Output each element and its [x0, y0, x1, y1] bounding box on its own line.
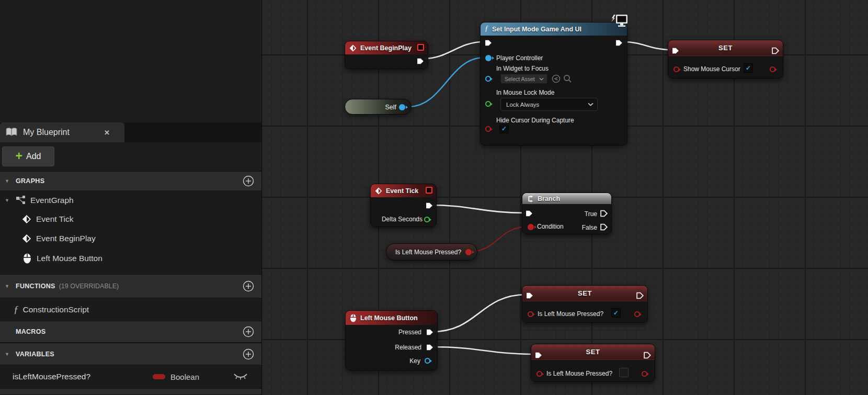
getter-label: Is Left Mouse Pressed? [395, 249, 461, 256]
item-label: EventGraph [30, 196, 74, 205]
exec-in-pin[interactable] [526, 291, 534, 300]
chevron-down-icon[interactable]: ▼ [5, 198, 11, 203]
node-left-mouse-button[interactable]: Left Mouse Button Pressed Released Key [345, 310, 438, 370]
chevron-down-icon [539, 77, 544, 81]
add-graph-button[interactable] [243, 175, 254, 187]
wire-beginplay-to-setinputmode[interactable] [425, 42, 483, 59]
show-mouse-cursor-in-pin[interactable] [673, 66, 679, 72]
exec-in-pin[interactable] [484, 39, 493, 47]
in-mouse-lock-mode-pin[interactable] [485, 101, 491, 107]
variable-row-isleftmousepressed[interactable]: isLeftMousePressed? Boolean [0, 365, 261, 388]
node-header[interactable]: Event BeginPlay [345, 41, 428, 54]
chevron-down-icon[interactable]: ▼ [5, 352, 11, 357]
getter-output-pin[interactable] [465, 249, 472, 255]
add-variable-button[interactable] [243, 348, 254, 360]
in-widget-to-focus-pin[interactable] [485, 76, 491, 82]
check-icon: ✓ [501, 125, 507, 132]
section-graphs[interactable]: ▼ GRAPHS [0, 171, 261, 191]
close-icon[interactable]: ✕ [104, 129, 110, 137]
node-event-tick[interactable]: Event Tick Delta Seconds [370, 184, 437, 227]
tab-my-blueprint[interactable]: My Blueprint ✕ [0, 122, 124, 142]
value-in-pin[interactable] [536, 371, 542, 377]
show-mouse-cursor-checkbox[interactable]: ✓ [744, 63, 753, 73]
pressed-exec-out-pin[interactable] [426, 328, 434, 336]
select-asset-dropdown[interactable]: Select Asset [500, 74, 547, 84]
visibility-eye-closed-icon[interactable] [233, 373, 248, 381]
delta-seconds-label: Delta Seconds [382, 216, 422, 223]
self-output-pin[interactable] [399, 104, 405, 110]
exec-out-pin[interactable] [425, 201, 433, 210]
node-header[interactable]: ƒ Set Input Mode Game And UI [481, 22, 627, 36]
add-button[interactable]: + Add [2, 146, 54, 166]
section-macros[interactable]: ▼ MACROS [0, 321, 261, 343]
section-variables[interactable]: ▼ VARIABLES [0, 343, 261, 365]
add-macro-button[interactable] [243, 326, 254, 337]
released-exec-out-pin[interactable] [426, 343, 434, 352]
section-bottom-partial [0, 388, 261, 395]
hide-cursor-pin[interactable] [485, 126, 491, 132]
exec-out-pin[interactable] [643, 351, 652, 359]
variable-type-label[interactable]: Boolean [170, 373, 199, 381]
in-mouse-lock-mode-label: In Mouse Lock Mode [496, 89, 554, 96]
false-label: False [582, 224, 597, 231]
plus-icon: + [16, 151, 22, 161]
mouse-lock-mode-value: Lock Always [506, 101, 539, 108]
section-functions[interactable]: ▼ FUNCTIONS (19 OVERRIDABLE) [0, 274, 261, 298]
node-set-is-left-mouse-pressed-false[interactable]: SET Is Left Mouse Pressed? [531, 344, 655, 382]
node-set-is-left-mouse-pressed-true[interactable]: SET Is Left Mouse Pressed? ✓ [522, 285, 648, 323]
exec-in-pin[interactable] [671, 47, 680, 55]
wire-eventtick-to-branch[interactable] [430, 205, 526, 213]
exec-out-pin[interactable] [615, 39, 623, 47]
node-get-is-left-mouse-pressed[interactable]: Is Left Mouse Pressed? [386, 243, 477, 261]
exec-out-pin[interactable] [636, 291, 644, 300]
value-in-pin[interactable] [528, 311, 533, 317]
sidebar-item-event-beginplay[interactable]: Event BeginPlay [0, 229, 261, 248]
sidebar-item-constructionscript[interactable]: ƒ ConstructionScript [0, 298, 261, 321]
node-header[interactable]: Left Mouse Button [346, 311, 437, 325]
delta-seconds-pin[interactable] [424, 217, 430, 222]
player-controller-pin[interactable] [485, 55, 492, 61]
value-checkbox[interactable]: ✓ [611, 308, 621, 318]
node-set-input-mode-game-and-ui[interactable]: ƒ Set Input Mode Game And UI Player Cont… [480, 22, 627, 145]
chevron-down-icon[interactable]: ▼ [5, 284, 11, 289]
sidebar-item-eventgraph[interactable]: ▼ EventGraph [0, 191, 261, 210]
use-selected-asset-icon[interactable] [552, 74, 561, 83]
node-set-show-mouse-cursor[interactable]: SET Show Mouse Cursor ✓ [668, 40, 783, 78]
sidebar-item-event-tick[interactable]: Event Tick [0, 210, 261, 229]
value-checkbox[interactable] [619, 368, 629, 377]
node-header[interactable]: Event Tick [371, 184, 436, 197]
delegate-pin[interactable] [417, 44, 424, 51]
exec-out-pin[interactable] [416, 57, 425, 65]
exec-out-pin[interactable] [771, 47, 780, 55]
hide-cursor-checkbox[interactable]: ✓ [499, 124, 509, 133]
node-self[interactable]: Self [345, 99, 412, 115]
boolean-type-pill[interactable] [153, 374, 165, 379]
mouse-lock-mode-dropdown[interactable]: Lock Always [500, 98, 598, 111]
key-pin[interactable] [425, 358, 430, 364]
wire-getter-to-condition[interactable] [470, 227, 529, 252]
show-mouse-cursor-out-pin[interactable] [770, 66, 775, 72]
node-event-beginplay[interactable]: Event BeginPlay [345, 41, 428, 69]
node-branch[interactable]: Branch True Condition False [522, 193, 612, 234]
branch-icon [527, 195, 534, 202]
wire-setinputmode-to-set[interactable] [623, 42, 671, 50]
value-out-pin[interactable] [642, 371, 647, 377]
delegate-pin[interactable] [426, 187, 432, 194]
exec-in-pin[interactable] [525, 209, 533, 218]
browse-asset-icon[interactable] [563, 74, 572, 83]
condition-pin[interactable] [528, 224, 534, 230]
wire-released-to-set-false[interactable] [432, 347, 537, 354]
node-title: SET [531, 348, 655, 356]
wire-pressed-to-set-true[interactable] [432, 295, 527, 332]
false-exec-out-pin[interactable] [600, 223, 608, 231]
function-icon: ƒ [14, 304, 19, 315]
true-exec-out-pin[interactable] [600, 209, 608, 218]
exec-in-pin[interactable] [534, 351, 543, 359]
value-out-pin[interactable] [634, 311, 640, 317]
chevron-down-icon[interactable]: ▼ [5, 178, 11, 184]
add-function-button[interactable] [243, 280, 254, 292]
node-header[interactable]: Branch [522, 193, 611, 204]
blueprint-graph-canvas[interactable]: Event BeginPlay Self ƒ Set Input Mode Ga… [261, 0, 868, 395]
sidebar-item-left-mouse-button[interactable]: Left Mouse Button [0, 248, 261, 269]
my-blueprint-panel: My Blueprint ✕ + Add [0, 0, 262, 395]
